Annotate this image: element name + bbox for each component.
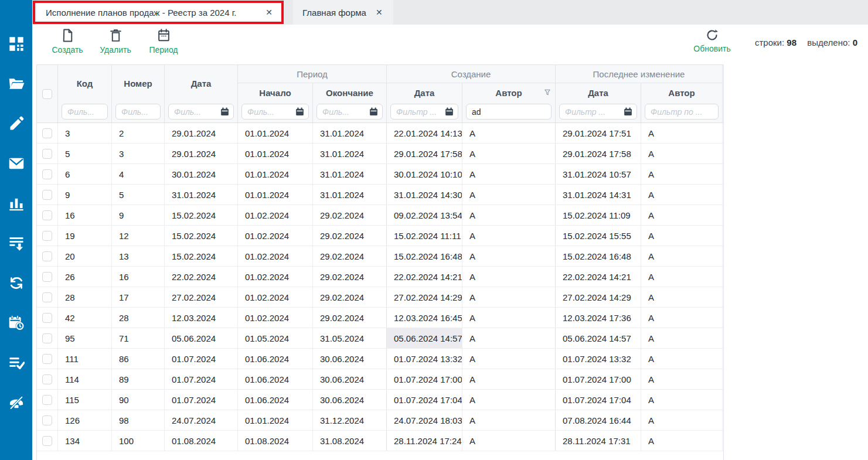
table-cell[interactable]: 01.06.2024 (238, 390, 313, 410)
table-cell[interactable]: 01.01.2024 (238, 185, 313, 205)
table-cell[interactable]: 01.07.2024 17:00 (556, 369, 641, 389)
table-cell[interactable]: 29.01.2024 17:51 (556, 123, 641, 143)
table-cell[interactable]: 15.02.2024 11:09 (556, 205, 641, 225)
table-cell[interactable]: A (462, 349, 556, 369)
table-cell[interactable]: 01.02.2024 (238, 246, 313, 266)
table-cell[interactable]: 29.02.2024 (313, 267, 387, 287)
table-cell[interactable]: 01.07.2024 17:04 (387, 390, 462, 410)
table-cell[interactable]: 100 (112, 431, 165, 451)
qr-code-icon[interactable] (8, 36, 25, 52)
delete-button[interactable]: Удалить (98, 28, 133, 54)
column-header-modified-author[interactable]: Автор (641, 83, 723, 102)
pencil-icon[interactable] (8, 115, 25, 132)
table-cell[interactable]: 16 (58, 205, 112, 225)
table-cell[interactable]: A (641, 410, 723, 430)
table-cell[interactable]: 07.08.2024 16:44 (556, 410, 641, 430)
table-cell[interactable]: 30.06.2024 (313, 349, 387, 369)
row-checkbox[interactable] (42, 128, 52, 138)
table-cell[interactable]: 15.02.2024 15:55 (556, 226, 641, 246)
table-cell[interactable]: A (462, 369, 556, 389)
table-cell[interactable]: 31.01.2024 14:31 (556, 185, 641, 205)
row-checkbox[interactable] (42, 313, 52, 323)
table-cell[interactable]: A (641, 369, 723, 389)
calendar-icon[interactable] (624, 107, 632, 116)
table-cell[interactable]: A (641, 226, 723, 246)
table-cell[interactable]: A (641, 205, 723, 225)
filter-funnel-icon[interactable] (544, 89, 551, 96)
table-cell[interactable]: 29.02.2024 (313, 226, 387, 246)
table-cell[interactable]: 28.11.2024 17:31 (556, 431, 641, 451)
table-cell[interactable]: 12.03.2024 (165, 308, 238, 328)
table-cell[interactable]: 31.01.2024 (165, 185, 238, 205)
table-cell[interactable]: A (462, 226, 556, 246)
table-cell[interactable]: 29.02.2024 (313, 308, 387, 328)
table-cell[interactable]: 09.02.2024 13:54 (387, 205, 462, 225)
row-checkbox[interactable] (42, 333, 52, 343)
select-all-checkbox[interactable] (42, 89, 52, 99)
table-cell[interactable]: 31.01.2024 (313, 185, 387, 205)
table-cell[interactable]: 9 (58, 185, 112, 205)
table-cell[interactable]: A (462, 328, 556, 348)
table-cell[interactable]: A (462, 410, 556, 430)
row-checkbox[interactable] (42, 436, 52, 446)
table-cell[interactable]: A (462, 185, 556, 205)
table-cell[interactable]: 29.02.2024 (313, 205, 387, 225)
table-cell[interactable]: 30.01.2024 10:10 (387, 164, 462, 184)
table-cell[interactable]: A (641, 267, 723, 287)
table-cell[interactable]: A (641, 349, 723, 369)
table-cell[interactable]: 126 (58, 410, 112, 430)
table-cell[interactable]: 71 (112, 328, 165, 348)
table-cell[interactable]: 86 (112, 349, 165, 369)
table-cell[interactable]: 5 (58, 144, 112, 163)
table-cell[interactable]: 01.02.2024 (238, 287, 313, 307)
column-header-start[interactable]: Начало (238, 83, 313, 102)
row-checkbox[interactable] (42, 415, 52, 425)
filter-input-modified-author[interactable] (645, 107, 718, 117)
table-cell[interactable]: 22.01.2024 14:13 (387, 123, 462, 143)
filter-input-created-author[interactable] (467, 107, 551, 117)
table-cell[interactable]: 20 (58, 246, 112, 266)
table-cell[interactable]: 28 (112, 308, 165, 328)
tab-sales-plan-registry[interactable]: Исполнение планов продаж - Реестр за 202… (36, 0, 283, 25)
table-cell[interactable]: 01.02.2024 (238, 205, 313, 225)
table-cell[interactable]: 01.02.2024 (238, 267, 313, 287)
row-checkbox[interactable] (42, 210, 52, 220)
table-cell[interactable]: 01.01.2024 (238, 164, 313, 184)
table-cell[interactable]: 13 (112, 246, 165, 266)
calendar-icon[interactable] (220, 107, 229, 116)
period-button[interactable]: Период (146, 28, 181, 54)
table-cell[interactable]: 05.06.2024 14:57 (387, 328, 462, 348)
table-cell[interactable]: A (641, 246, 723, 266)
table-cell[interactable]: A (641, 123, 723, 143)
table-cell[interactable]: 01.06.2024 (238, 369, 313, 389)
row-checkbox[interactable] (42, 231, 52, 241)
table-cell[interactable]: 31.01.2024 (313, 164, 387, 184)
table-cell[interactable]: 16 (112, 267, 165, 287)
table-cell[interactable]: 01.06.2024 (238, 349, 313, 369)
row-checkbox[interactable] (42, 292, 52, 302)
table-cell[interactable]: 22.02.2024 (165, 267, 238, 287)
table-cell[interactable]: 17 (112, 287, 165, 307)
table-cell[interactable]: A (641, 431, 723, 451)
table-cell[interactable]: 27.02.2024 14:29 (387, 287, 462, 307)
calendar-clock-icon[interactable] (8, 315, 25, 331)
table-cell[interactable]: 19 (58, 226, 112, 246)
table-cell[interactable]: 2 (112, 123, 165, 143)
table-cell[interactable]: A (462, 308, 556, 328)
table-cell[interactable]: A (462, 390, 556, 410)
column-header-end[interactable]: Окончание (313, 83, 387, 102)
table-cell[interactable]: 22.02.2024 14:21 (556, 267, 641, 287)
table-cell[interactable]: 28.11.2024 17:24 (387, 431, 462, 451)
create-button[interactable]: Создать (50, 28, 85, 54)
table-cell[interactable]: 31.12.2024 (313, 410, 387, 430)
tab-main-form[interactable]: Главная форма ✕ (293, 0, 393, 25)
row-checkbox[interactable] (42, 251, 52, 261)
table-cell[interactable]: A (641, 308, 723, 328)
table-cell[interactable]: A (462, 246, 556, 266)
list-download-icon[interactable] (8, 235, 25, 251)
table-cell[interactable]: 01.01.2024 (238, 123, 313, 143)
table-cell[interactable]: 5 (112, 185, 165, 205)
table-cell[interactable]: 15.02.2024 (165, 205, 238, 225)
table-cell[interactable]: A (462, 123, 556, 143)
table-cell[interactable]: 26 (58, 267, 112, 287)
